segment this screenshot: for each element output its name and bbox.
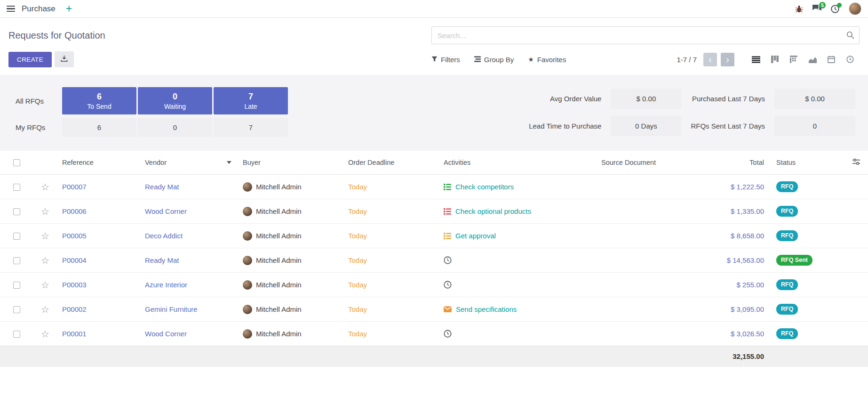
activity-label[interactable]: Get approval [455,232,496,240]
total-amount: $ 1,222.50 [731,183,764,191]
bug-icon[interactable] [795,5,803,13]
header-total[interactable]: Total [691,151,772,175]
select-all-checkbox[interactable] [13,159,20,166]
status-badge: RFQ Sent [776,255,812,266]
pager-next-button[interactable]: › [721,53,734,66]
vendor-link[interactable]: Gemini Furniture [145,305,198,313]
new-tab-plus-icon[interactable]: + [66,3,72,14]
header-status[interactable]: Status [772,151,844,175]
buyer-avatar [243,207,252,216]
buyer-avatar [243,256,252,265]
kanban-view-icon[interactable] [765,52,784,67]
total-amount: $ 1,335.00 [731,207,764,215]
vendor-link[interactable]: Ready Mat [145,256,179,264]
reference-link[interactable]: P00005 [62,232,87,240]
order-deadline-value: Today [348,305,367,313]
header-buyer[interactable]: Buyer [238,151,343,175]
activity-tasks-icon[interactable] [444,233,451,239]
header-vendor[interactable]: Vendor [140,151,238,175]
reference-link[interactable]: P00002 [62,305,87,313]
activity-view-icon[interactable] [841,52,860,67]
avg-order-value-label: Avg Order Value [529,95,601,103]
menu-icon[interactable] [7,6,15,12]
favorite-star-icon[interactable]: ☆ [41,182,49,192]
favorite-star-icon[interactable]: ☆ [41,206,49,217]
search-box [431,26,860,44]
sort-descending-icon[interactable] [227,161,231,164]
buyer-avatar [243,280,252,290]
reference-link[interactable]: P00007 [62,183,87,191]
user-avatar[interactable] [849,2,861,15]
activity-label[interactable]: Send specifications [456,305,517,313]
my-late-count[interactable]: 7 [214,118,288,137]
reference-link[interactable]: P00001 [62,330,87,338]
reference-link[interactable]: P00003 [62,281,87,289]
pager-range: 1-7 / 7 [677,56,697,64]
row-checkbox[interactable] [13,282,20,289]
search-icon[interactable] [846,31,854,41]
row-checkbox[interactable] [13,184,20,191]
my-to-send-count[interactable]: 6 [62,118,136,137]
export-button[interactable] [55,51,74,67]
activity-clock-icon[interactable] [444,330,452,338]
pager-previous-button[interactable]: ‹ [703,53,717,66]
buyer-avatar [243,182,252,192]
reference-link[interactable]: P00006 [62,207,87,215]
vendor-link[interactable]: Wood Corner [145,330,187,338]
tile-to-send[interactable]: 6 To Send [62,87,136,114]
reference-link[interactable]: P00004 [62,256,87,264]
table-row[interactable]: ☆ P00001 Wood Corner Mitchell Admin Toda… [0,322,868,346]
list-view-icon[interactable] [747,52,765,67]
status-badge: RFQ [776,328,798,339]
graph-view-icon[interactable] [803,52,822,67]
header-source-document[interactable]: Source Document [597,151,691,175]
vendor-link[interactable]: Ready Mat [145,183,179,191]
favorite-star-icon[interactable]: ☆ [41,329,49,339]
filters-button[interactable]: Filters [431,56,460,64]
messages-icon[interactable]: 5 [812,5,821,13]
activity-clock-icon[interactable] [444,256,452,264]
tile-waiting[interactable]: 0 Waiting [138,87,212,114]
table-row[interactable]: ☆ P00006 Wood Corner Mitchell Admin Toda… [0,199,868,224]
order-deadline-value: Today [348,207,367,215]
create-button[interactable]: CREATE [8,52,52,67]
pivot-view-icon[interactable] [784,52,803,67]
favorite-star-icon[interactable]: ☆ [41,304,49,315]
favorite-star-icon[interactable]: ☆ [41,280,49,290]
favorites-button[interactable]: ★ Favorites [528,56,566,64]
table-row[interactable]: ☆ P00003 Azure Interior Mitchell Admin T… [0,273,868,297]
vendor-link[interactable]: Deco Addict [145,232,183,240]
app-menu-purchase[interactable]: Purchase [22,4,56,14]
table-row[interactable]: ☆ P00005 Deco Addict Mitchell Admin Toda… [0,224,868,248]
row-checkbox[interactable] [13,257,20,264]
favorite-star-icon[interactable]: ☆ [41,231,49,241]
group-by-button[interactable]: Group By [474,56,514,64]
my-waiting-count[interactable]: 0 [138,118,212,137]
activity-label[interactable]: Check competitors [455,183,514,191]
search-input[interactable] [431,26,860,44]
row-checkbox[interactable] [13,331,20,338]
row-checkbox[interactable] [13,208,20,215]
header-order-deadline[interactable]: Order Deadline [343,151,439,175]
messages-badge: 5 [819,2,826,8]
activity-tasks-icon[interactable] [444,184,451,190]
activity-label[interactable]: Check optional products [455,207,531,215]
table-row[interactable]: ☆ P00002 Gemini Furniture Mitchell Admin… [0,297,868,322]
activity-tasks-icon[interactable] [444,208,451,215]
header-activities[interactable]: Activities [439,151,597,175]
optional-columns-icon[interactable] [852,159,860,167]
calendar-view-icon[interactable] [822,52,841,67]
header-reference[interactable]: Reference [57,151,140,175]
tile-late[interactable]: 7 Late [214,87,288,114]
vendor-link[interactable]: Azure Interior [145,281,187,289]
row-checkbox[interactable] [13,306,20,313]
late-label: Late [244,103,257,110]
activity-clock-icon[interactable] [444,281,452,289]
table-row[interactable]: ☆ P00004 Ready Mat Mitchell Admin Today … [0,248,868,273]
vendor-link[interactable]: Wood Corner [145,207,187,215]
table-row[interactable]: ☆ P00007 Ready Mat Mitchell Admin Today … [0,175,868,199]
favorite-star-icon[interactable]: ☆ [41,255,49,266]
activities-clock-icon[interactable] [831,5,839,13]
activity-mail-icon[interactable] [444,306,452,312]
row-checkbox[interactable] [13,233,20,240]
